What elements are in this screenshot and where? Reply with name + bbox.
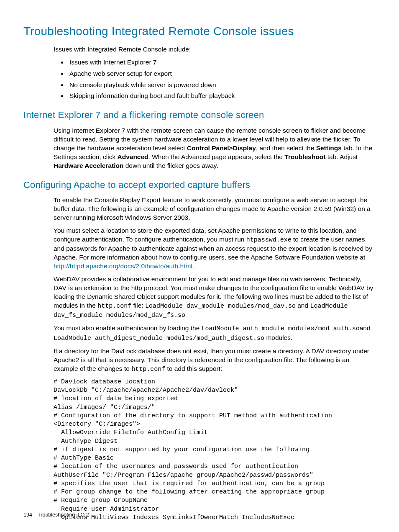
apache-docs-link[interactable]: http://httpd.apache.org/docs/2.0/howto/a…: [54, 262, 192, 270]
apache-config-codeblock: # Davlock database location DavLockDb "C…: [54, 378, 376, 522]
apache-p1: To enable the Console Replay Export feat…: [54, 196, 376, 222]
apache-p2: You must select a location to store the …: [54, 226, 376, 271]
heading-troubleshooting-irc: Troubleshooting Integrated Remote Consol…: [23, 23, 376, 39]
inline-code: LoadModule auth_digest_module modules/mo…: [54, 335, 264, 342]
intro-text: Issues with Integrated Remote Console in…: [54, 45, 376, 54]
inline-code: htpasswd.exe: [246, 236, 292, 244]
inline-code: LoadModule auth_module modules/mod_auth.…: [202, 325, 360, 332]
inline-code: LoadModule dav_module modules/mod_dav.so: [145, 303, 296, 310]
inline-code: http.conf: [97, 303, 131, 310]
apache-p4: You must also enable authentication by l…: [54, 324, 376, 343]
apache-p3: WebDAV provides a collaborative environm…: [54, 275, 376, 320]
heading-apache-config: Configuring Apache to accept exported ca…: [23, 179, 376, 191]
heading-ie7-flicker: Internet Explorer 7 and a flickering rem…: [23, 109, 376, 121]
list-item: Apache web server setup for export: [68, 69, 376, 78]
inline-code: http.conf: [131, 366, 165, 373]
ie7-paragraph: Using Internet Explorer 7 with the remot…: [54, 126, 376, 170]
list-item: Skipping information during boot and fau…: [68, 92, 376, 100]
list-item: Issues with Internet Explorer 7: [68, 58, 376, 67]
apache-p5: If a directory for the DavLock database …: [54, 347, 376, 374]
page-footer: 194 Troubleshooting iLO 2: [23, 511, 89, 519]
list-item: No console playback while server is powe…: [68, 81, 376, 90]
issues-list: Issues with Internet Explorer 7 Apache w…: [54, 58, 376, 101]
page-number: 194: [23, 512, 32, 518]
footer-title: Troubleshooting iLO 2: [38, 512, 89, 518]
